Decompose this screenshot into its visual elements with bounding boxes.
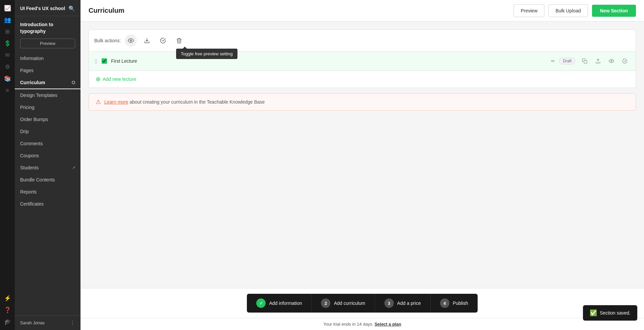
header-actions: Preview Bulk Upload New Section: [514, 4, 636, 17]
lecture-name: First Lecture: [111, 58, 547, 64]
select-plan-link[interactable]: Select a plan: [375, 322, 401, 327]
check-circle-icon: [160, 38, 166, 44]
wizard-step-1[interactable]: ✓ Add information: [247, 294, 312, 313]
page-title: Curriculum: [89, 7, 124, 14]
revenue-icon[interactable]: 💲: [4, 41, 11, 46]
toast-check-icon: ✅: [590, 309, 597, 317]
trial-text: Your trial ends in 14 days.: [323, 322, 373, 327]
help-icon[interactable]: ❓: [4, 307, 11, 313]
sidebar-item-pages[interactable]: Pages: [15, 64, 80, 76]
section-card: Bulk actions:: [89, 30, 636, 88]
eye-icon: [128, 38, 134, 44]
table-icon[interactable]: ≡: [6, 88, 9, 93]
toast-notification: ✅ Section saved.: [583, 305, 637, 321]
add-lecture-row: ⊕ Add new lecture: [89, 71, 636, 88]
wizard-step-2[interactable]: 2 Add curriculum: [312, 294, 375, 313]
bulk-download-button[interactable]: [141, 35, 153, 47]
bulk-actions-bar: Bulk actions:: [89, 30, 636, 51]
bulk-delete-button[interactable]: [173, 35, 185, 47]
wizard-step-1-num: ✓: [256, 298, 266, 308]
sidebar-item-bundle-contents[interactable]: Bundle Contents: [15, 174, 80, 186]
library-icon[interactable]: 📚: [4, 76, 11, 81]
dashboard-icon[interactable]: ⊞: [5, 29, 10, 35]
lightning-icon[interactable]: ⚡: [4, 295, 11, 301]
lecture-view-button[interactable]: [606, 56, 617, 66]
wizard-step-3-num: 3: [384, 298, 394, 308]
sidebar-item-coupons[interactable]: Coupons: [15, 150, 80, 162]
trash-icon: [176, 38, 182, 44]
lecture-edit-icon[interactable]: ✏: [551, 58, 555, 64]
settings-icon[interactable]: ⚙: [5, 64, 10, 70]
wizard-step-4-label: Publish: [453, 300, 468, 306]
learn-more-link[interactable]: Learn more: [104, 99, 128, 105]
more-icon[interactable]: ⋮: [70, 320, 75, 326]
bulk-upload-button[interactable]: Bulk Upload: [548, 4, 588, 17]
wizard-step-3[interactable]: 3 Add a price: [375, 294, 431, 313]
sidebar-item-information[interactable]: Information: [15, 52, 80, 64]
sidebar-item-reports[interactable]: Reports: [15, 186, 80, 198]
wizard-step-3-label: Add a price: [397, 300, 421, 306]
lecture-upload-button[interactable]: [593, 56, 603, 66]
sidebar-footer: Sarah Jonas ⋮: [15, 315, 80, 330]
sidebar: UI Feed's UX school 🔍 Introduction to ty…: [15, 0, 80, 330]
course-title: Introduction to typography: [15, 16, 80, 37]
sidebar-header: UI Feed's UX school 🔍: [15, 0, 80, 16]
upload-icon: [595, 58, 601, 64]
lecture-actions: [579, 56, 630, 66]
user-name: Sarah Jonas: [20, 320, 45, 325]
sidebar-preview-button[interactable]: Preview: [20, 39, 75, 48]
lecture-copy-button[interactable]: [579, 56, 590, 66]
wizard-bar: ✓ Add information 2 Add curriculum 3 Add…: [80, 288, 644, 318]
wizard-step-1-label: Add information: [269, 300, 302, 306]
sidebar-item-comments[interactable]: Comments: [15, 138, 80, 150]
users-icon[interactable]: 👥: [4, 17, 11, 23]
sidebar-item-drip[interactable]: Drip: [15, 125, 80, 138]
svg-rect-2: [584, 60, 587, 63]
info-banner: ⚠ Learn more about creating your curricu…: [89, 93, 636, 111]
wizard-step-2-label: Add curriculum: [334, 300, 365, 306]
email-icon[interactable]: ✉: [5, 52, 10, 58]
svg-point-4: [611, 60, 612, 62]
sidebar-item-pricing[interactable]: Pricing: [15, 101, 80, 113]
left-icon-bar: 📈 👥 ⊞ 💲 ✉ ⚙ 📚 ≡ ⚡ ❓ 🎓: [0, 0, 15, 330]
bulk-check-button[interactable]: [157, 35, 169, 47]
info-icon: ⚠: [96, 98, 101, 106]
wizard-step-4[interactable]: 4 Publish: [431, 294, 478, 313]
add-lecture-plus-icon: ⊕: [96, 75, 101, 83]
bulk-preview-button[interactable]: [125, 35, 137, 47]
toast-message: Section saved.: [600, 310, 631, 316]
wizard-step-2-num: 2: [321, 298, 330, 308]
sidebar-item-certificates[interactable]: Certificates: [15, 198, 80, 210]
draft-badge: Draft: [559, 58, 575, 64]
lecture-publish-button[interactable]: [620, 56, 630, 66]
svg-point-0: [130, 40, 132, 42]
curriculum-badge: [72, 81, 75, 84]
wizard-steps: ✓ Add information 2 Add curriculum 3 Add…: [247, 294, 477, 313]
graduation-icon[interactable]: 🎓: [4, 319, 11, 325]
bulk-actions-label: Bulk actions:: [94, 38, 121, 43]
info-banner-text: Learn more about creating your curriculu…: [104, 99, 265, 105]
wizard-step-4-num: 4: [440, 298, 449, 308]
new-section-button[interactable]: New Section: [592, 5, 636, 17]
analytics-icon[interactable]: 📈: [4, 5, 11, 11]
tooltip: Toggle free preview setting: [176, 49, 237, 59]
main-content: Bulk actions:: [80, 21, 644, 288]
brand-name: UI Feed's UX school: [20, 5, 65, 11]
add-lecture-button[interactable]: ⊕ Add new lecture: [96, 75, 136, 83]
drag-handle-icon[interactable]: ⣿: [94, 58, 98, 64]
sidebar-item-curriculum[interactable]: Curriculum: [15, 76, 80, 89]
download-icon: [144, 38, 150, 44]
lecture-checkbox[interactable]: [102, 58, 107, 64]
sidebar-item-order-bumps[interactable]: Order Bumps: [15, 113, 80, 125]
preview-button[interactable]: Preview: [514, 4, 544, 17]
sidebar-item-students[interactable]: Students ↗: [15, 162, 80, 174]
sidebar-nav: Information Pages Curriculum Design Temp…: [15, 52, 80, 315]
sidebar-item-design-templates[interactable]: Design Templates: [15, 89, 80, 101]
eye-small-icon: [609, 58, 614, 64]
search-icon[interactable]: 🔍: [68, 5, 75, 12]
trial-bar: Your trial ends in 14 days. Select a pla…: [80, 318, 644, 330]
top-header: Curriculum Preview Bulk Upload New Secti…: [80, 0, 644, 21]
check-circle-small-icon: [622, 58, 628, 64]
copy-icon: [582, 58, 587, 64]
main-wrapper: Curriculum Preview Bulk Upload New Secti…: [80, 0, 644, 330]
